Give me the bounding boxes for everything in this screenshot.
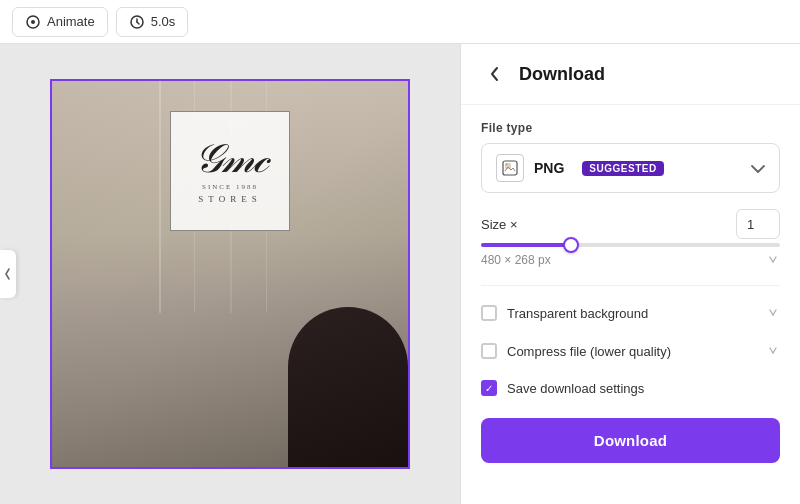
size-info-icon: [766, 251, 780, 269]
suggested-badge: SUGGESTED: [582, 161, 663, 176]
logo-stores: STORES: [198, 194, 261, 204]
dark-figure: [288, 307, 408, 467]
slider-thumb[interactable]: [563, 237, 579, 253]
panel-content: File type PNG SUGGESTED: [461, 105, 800, 504]
animate-label: Animate: [47, 14, 95, 29]
toolbar: Animate 5.0s: [0, 0, 800, 44]
file-type-dropdown[interactable]: PNG SUGGESTED: [481, 143, 780, 193]
logo-overlay: 𝒢𝓂𝒸 SINCE 1988 STORES: [170, 111, 290, 231]
transparent-bg-label: Transparent background: [507, 306, 648, 321]
size-section: Size × 480 × 268 px: [481, 209, 780, 269]
compress-left: Compress file (lower quality): [481, 343, 671, 359]
clock-icon: [129, 14, 145, 30]
panel-title: Download: [519, 64, 605, 85]
file-type-section: File type PNG SUGGESTED: [481, 121, 780, 193]
file-type-label: File type: [481, 121, 780, 135]
transparent-bg-info-icon: [766, 304, 780, 322]
save-settings-label: Save download settings: [507, 381, 644, 396]
slider-fill: [481, 243, 571, 247]
png-icon: [496, 154, 524, 182]
back-button[interactable]: [481, 60, 509, 88]
logo-script: 𝒢𝓂𝒸: [192, 139, 268, 179]
animate-icon: [25, 14, 41, 30]
canvas-background: 𝒢𝓂𝒸 SINCE 1988 STORES: [52, 81, 408, 467]
slider-track: [481, 243, 780, 247]
design-canvas: 𝒢𝓂𝒸 SINCE 1988 STORES: [50, 79, 410, 469]
transparent-bg-left: Transparent background: [481, 305, 648, 321]
save-settings-checkbox[interactable]: ✓: [481, 380, 497, 396]
svg-line-4: [137, 22, 139, 24]
animate-button[interactable]: Animate: [12, 7, 108, 37]
size-row: Size ×: [481, 209, 780, 239]
size-dims-row: 480 × 268 px: [481, 251, 780, 269]
divider-1: [481, 285, 780, 286]
main-area: 𝒢𝓂𝒸 SINCE 1988 STORES Download: [0, 44, 800, 504]
size-dims: 480 × 268 px: [481, 253, 551, 267]
duration-label: 5.0s: [151, 14, 176, 29]
compress-label: Compress file (lower quality): [507, 344, 671, 359]
duration-button[interactable]: 5.0s: [116, 7, 189, 37]
chevron-down-icon: [751, 160, 765, 176]
left-sidebar-toggle[interactable]: [0, 250, 16, 298]
save-settings-row: ✓ Save download settings: [481, 378, 780, 398]
download-panel: Download File type: [460, 44, 800, 504]
canvas-area: 𝒢𝓂𝒸 SINCE 1988 STORES: [0, 44, 460, 504]
panel-header: Download: [461, 44, 800, 105]
download-button[interactable]: Download: [481, 418, 780, 463]
slider-container: [481, 243, 780, 247]
svg-point-1: [31, 20, 35, 24]
compress-info-icon: [766, 342, 780, 360]
file-type-name: PNG: [534, 160, 564, 176]
compress-checkbox[interactable]: [481, 343, 497, 359]
size-label: Size ×: [481, 217, 518, 232]
logo-since: SINCE 1988: [202, 183, 258, 191]
file-type-left: PNG SUGGESTED: [496, 154, 664, 182]
transparent-bg-checkbox[interactable]: [481, 305, 497, 321]
save-settings-left: ✓ Save download settings: [481, 380, 644, 396]
svg-point-7: [506, 164, 508, 166]
transparent-bg-row: Transparent background: [481, 302, 780, 324]
size-input[interactable]: [736, 209, 780, 239]
compress-row: Compress file (lower quality): [481, 340, 780, 362]
